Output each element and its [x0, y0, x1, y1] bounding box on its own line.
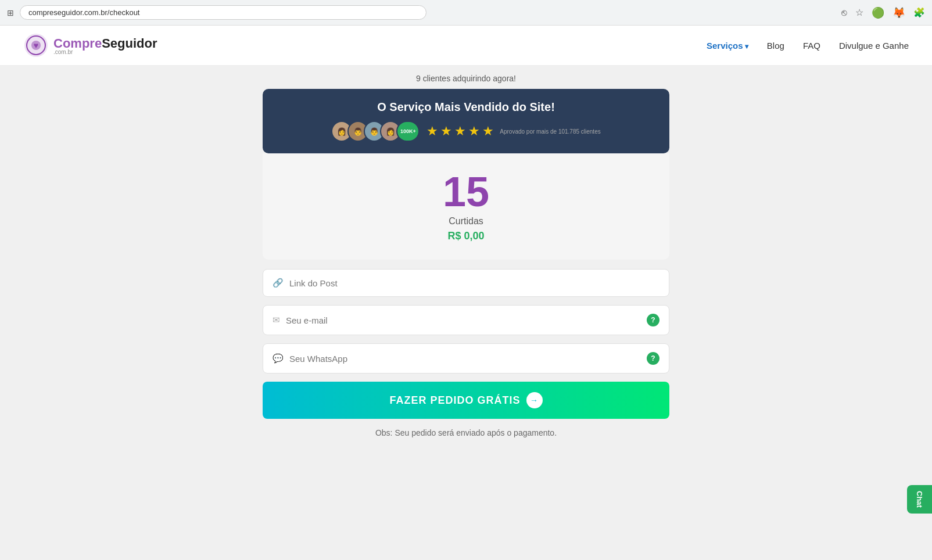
obs-text: Obs: Seu pedido será enviado após o paga…: [263, 428, 669, 437]
site-header: ♥ CompreSeguidor .com.br Serviços Blog F…: [0, 26, 932, 66]
extension-green-icon[interactable]: 🟢: [872, 6, 884, 19]
email-form-group: ✉ ?: [263, 305, 669, 335]
whatsapp-input-wrapper: 💬 ?: [263, 343, 669, 374]
whatsapp-input[interactable]: [289, 354, 641, 364]
cta-arrow-icon: →: [530, 396, 539, 405]
clients-text: 9 clientes adquirindo agora!: [416, 74, 516, 83]
cta-arrow-badge: →: [526, 392, 543, 408]
svg-text:♥: ♥: [34, 41, 38, 50]
nav-services[interactable]: Serviços: [707, 41, 748, 51]
browser-icons: ⎋ ☆ 🟢 🦊 🧩: [841, 6, 925, 19]
extensions-icon[interactable]: 🧩: [913, 7, 925, 18]
email-input[interactable]: [286, 315, 641, 325]
address-bar[interactable]: compreseguidor.com.br/checkout: [20, 5, 426, 20]
link-input-wrapper: 🔗: [263, 269, 669, 297]
logo[interactable]: ♥ CompreSeguidor .com.br: [23, 33, 157, 58]
product-card: 15 Curtidas R$ 0,00: [263, 153, 669, 260]
product-price: R$ 0,00: [274, 230, 658, 242]
logo-text: CompreSeguidor: [53, 36, 157, 51]
float-chat-button[interactable]: Chat: [907, 485, 932, 514]
tabs-icon[interactable]: ⊞: [7, 8, 14, 17]
email-input-wrapper: ✉ ?: [263, 305, 669, 335]
email-help-icon[interactable]: ?: [647, 314, 659, 326]
main-content: 9 clientes adquirindo agora! O Serviço M…: [263, 66, 669, 461]
product-name: Curtidas: [274, 216, 658, 227]
fox-icon[interactable]: 🦊: [892, 6, 905, 19]
url-text: compreseguidor.com.br/checkout: [28, 8, 139, 17]
star-2: ★: [440, 124, 452, 139]
page-wrapper: ♥ CompreSeguidor .com.br Serviços Blog F…: [0, 26, 932, 560]
link-input[interactable]: [289, 278, 659, 288]
logo-icon: ♥: [23, 33, 49, 58]
email-icon: ✉: [273, 315, 280, 325]
nav-blog[interactable]: Blog: [767, 41, 784, 51]
hero-banner: O Serviço Mais Vendido do Site! 👩 👨 👨 👩 …: [263, 89, 669, 153]
link-icon: 🔗: [273, 278, 284, 288]
form-section: 🔗 ✉ ? 💬 ?: [263, 269, 669, 437]
external-link-icon[interactable]: ⎋: [841, 8, 847, 18]
star-4: ★: [468, 124, 480, 139]
star-3: ★: [454, 124, 466, 139]
whatsapp-icon: 💬: [273, 353, 284, 364]
hero-avatars: 👩 👨 👨 👩 100K+ ★ ★ ★ ★ ★ Aprovado por mai…: [277, 121, 655, 142]
star-1: ★: [426, 124, 438, 139]
avatar-count-badge: 100K+: [396, 121, 420, 142]
nav-faq[interactable]: FAQ: [803, 41, 820, 51]
hero-title: O Serviço Mais Vendido do Site!: [277, 100, 655, 114]
browser-chrome: ⊞ compreseguidor.com.br/checkout ⎋ ☆ 🟢 🦊…: [0, 0, 932, 26]
star-5: ★: [482, 124, 494, 139]
approved-text: Aprovado por mais de 101.785 clientes: [500, 128, 600, 135]
stars-area: ★ ★ ★ ★ ★ Aprovado por mais de 101.785 c…: [426, 124, 600, 139]
product-quantity: 15: [274, 171, 658, 213]
whatsapp-help-icon[interactable]: ?: [647, 352, 659, 365]
link-form-group: 🔗: [263, 269, 669, 297]
bookmark-icon[interactable]: ☆: [855, 7, 863, 18]
site-nav: Serviços Blog FAQ Divulgue e Ganhe: [707, 41, 909, 51]
nav-divulgue[interactable]: Divulgue e Ganhe: [839, 41, 909, 51]
whatsapp-form-group: 💬 ?: [263, 343, 669, 374]
clients-bar: 9 clientes adquirindo agora!: [263, 66, 669, 89]
cta-button[interactable]: FAZER PEDIDO GRÁTIS →: [263, 382, 669, 419]
cta-label: FAZER PEDIDO GRÁTIS: [389, 394, 520, 407]
